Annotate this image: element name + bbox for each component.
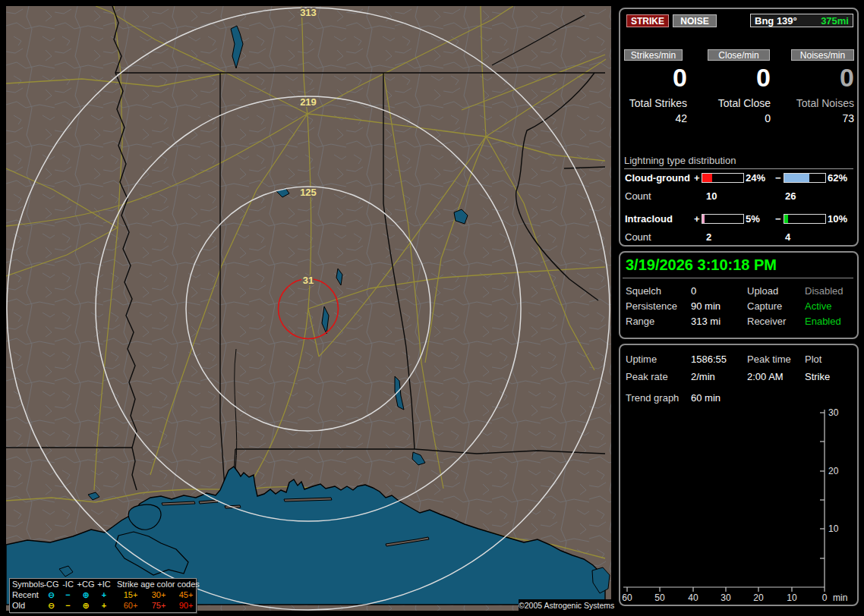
range-value: 313 mi <box>691 316 721 327</box>
lightning-map[interactable]: 313 219 125 31 <box>6 6 611 611</box>
recent-pos-cg-icon: ⊕ <box>76 590 96 600</box>
total-strikes-value: 42 <box>620 112 687 124</box>
app-window: 313 219 125 31 Symbols -CG -IC +CG +IC S… <box>0 0 864 616</box>
ic-count-label: Count <box>625 231 651 243</box>
x-tick-60: 60 <box>622 592 632 603</box>
age-30: 30+ <box>144 590 173 600</box>
trend-panel: Uptime 1586:55 Peak time Plot Peak rate … <box>619 344 859 606</box>
legend-age-header: Strike age color codes <box>117 580 199 589</box>
intracloud-label: Intracloud <box>625 213 673 225</box>
counters-panel: STRIKE NOISE Bng 139° 375mi Strikes/min … <box>619 8 859 247</box>
cg-negative-count: 26 <box>785 190 796 202</box>
squelch-label: Squelch <box>626 285 661 297</box>
cg-minus-sign: − <box>775 172 781 184</box>
legend-col-neg-cg: -CG <box>43 580 60 589</box>
cg-plus-sign: + <box>694 172 700 184</box>
age-90: 90+ <box>173 601 199 611</box>
close-rate-value: 0 <box>704 62 771 93</box>
status-panel: 3/19/2026 3:10:18 PM Squelch 0 Upload Di… <box>619 251 859 339</box>
ring-label-31: 31 <box>303 275 314 286</box>
close-per-min-chip[interactable]: Close/min <box>708 49 770 61</box>
ic-negative-bar <box>784 214 826 224</box>
ring-label-313: 313 <box>300 7 317 18</box>
x-tick-0: 0 <box>822 592 828 603</box>
upload-label: Upload <box>747 285 778 297</box>
bearing-range-value: 375mi <box>821 15 849 27</box>
date-time-display: 3/19/2026 3:10:18 PM <box>626 256 777 274</box>
total-close-label: Total Close <box>704 97 771 109</box>
strikes-per-min-chip[interactable]: Strikes/min <box>624 49 683 61</box>
age-45: 45+ <box>173 590 199 600</box>
ic-plus-sign: + <box>694 213 700 225</box>
y-tick-20: 20 <box>828 466 839 476</box>
x-tick-10: 10 <box>787 592 797 603</box>
strikes-rate-value: 0 <box>620 62 687 93</box>
trend-graph: 30 20 10 60 50 40 30 20 10 0 min <box>620 345 857 605</box>
legend-recent-label: Recent <box>12 590 43 600</box>
strike-toggle-button[interactable]: STRIKE <box>626 14 669 27</box>
ic-minus-sign: − <box>775 213 781 225</box>
squelch-value: 0 <box>691 285 696 297</box>
legend-symbols-header: Symbols <box>12 580 43 589</box>
ring-label-219: 219 <box>300 96 317 108</box>
recent-neg-ic-icon: − <box>60 590 76 600</box>
range-label: Range <box>626 316 654 327</box>
legend-col-neg-ic: -IC <box>60 580 76 589</box>
receiver-label: Receiver <box>747 316 786 327</box>
y-tick-10: 10 <box>828 523 839 534</box>
cg-positive-bar <box>702 173 744 183</box>
cg-negative-bar <box>784 173 826 183</box>
cg-positive-pct: 24% <box>746 172 765 184</box>
x-tick-30: 30 <box>721 592 731 603</box>
receiver-status: Enabled <box>805 316 841 327</box>
age-60: 60+ <box>117 601 144 611</box>
ic-negative-count: 4 <box>785 231 790 243</box>
distribution-header: Lightning type distribution <box>624 155 853 169</box>
x-tick-50: 50 <box>654 592 665 603</box>
noises-rate-value: 0 <box>787 62 854 93</box>
cg-negative-bar-fill <box>784 174 809 182</box>
cg-positive-count: 10 <box>706 190 717 202</box>
total-close-value: 0 <box>704 112 771 124</box>
total-strikes-label: Total Strikes <box>620 97 687 109</box>
ring-label-125: 125 <box>300 187 317 198</box>
age-15: 15+ <box>117 590 144 600</box>
capture-status: Active <box>805 300 831 312</box>
bearing-value: Bng 139° <box>755 15 797 27</box>
age-75: 75+ <box>144 601 173 611</box>
cg-positive-bar-fill <box>702 174 712 182</box>
divider <box>623 278 853 278</box>
legend-col-pos-ic: +IC <box>96 580 112 589</box>
ic-positive-bar <box>702 214 744 224</box>
old-neg-ic-icon: − <box>60 601 76 611</box>
legend-old-label: Old <box>12 601 43 611</box>
noise-toggle-button[interactable]: NOISE <box>673 14 717 27</box>
total-noises-label: Total Noises <box>787 97 854 109</box>
persistence-value: 90 min <box>691 300 721 312</box>
x-axis-unit: min <box>833 592 847 603</box>
bearing-readout: Bng 139° 375mi <box>750 14 853 27</box>
cloud-ground-label: Cloud-ground <box>625 172 690 184</box>
recent-neg-cg-icon: ⊖ <box>43 590 60 600</box>
cg-negative-pct: 62% <box>828 172 847 184</box>
recent-pos-ic-icon: + <box>96 590 112 600</box>
ic-negative-bar-fill <box>784 215 788 223</box>
legend-col-pos-cg: +CG <box>76 580 96 589</box>
capture-label: Capture <box>747 300 782 312</box>
y-tick-30: 30 <box>828 407 839 418</box>
old-pos-cg-icon: ⊕ <box>76 601 96 611</box>
ic-positive-bar-fill <box>702 215 705 223</box>
persistence-label: Persistence <box>626 300 677 312</box>
copyright-notice: ©2005 Astrogenic Systems <box>519 599 612 611</box>
old-neg-cg-icon: ⊖ <box>43 601 60 611</box>
upload-status: Disabled <box>805 285 844 297</box>
ic-negative-pct: 10% <box>828 213 847 225</box>
noises-per-min-chip[interactable]: Noises/min <box>791 49 854 61</box>
total-noises-value: 73 <box>787 112 854 124</box>
x-tick-40: 40 <box>688 592 698 603</box>
ic-positive-pct: 5% <box>746 213 760 225</box>
map-symbol-legend: Symbols -CG -IC +CG +IC Strike age color… <box>9 578 197 613</box>
x-tick-20: 20 <box>753 592 764 603</box>
cg-count-label: Count <box>625 190 651 202</box>
ic-positive-count: 2 <box>706 231 711 243</box>
